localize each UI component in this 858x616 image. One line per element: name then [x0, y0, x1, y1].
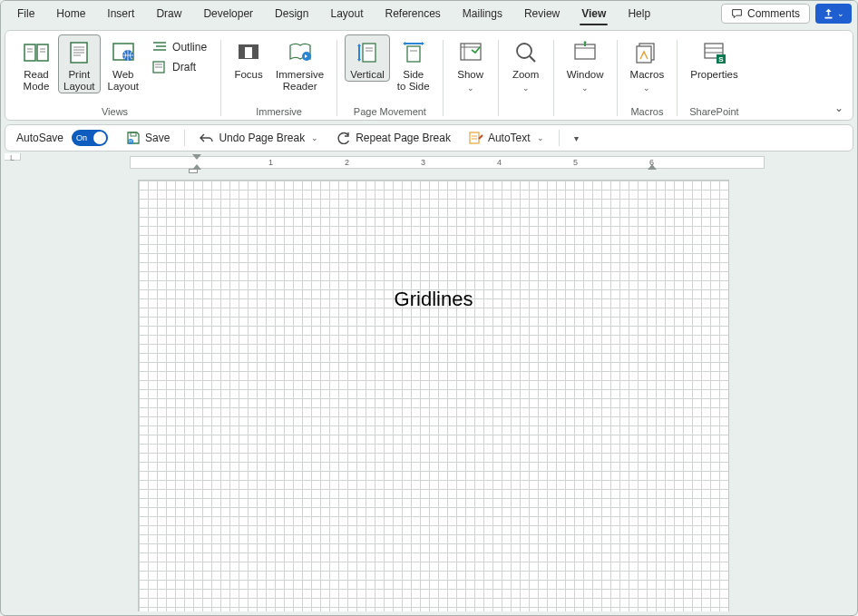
ruler-number: 1	[268, 158, 273, 167]
show-icon	[456, 38, 485, 67]
tab-label: Layout	[330, 7, 363, 20]
customize-quickbar-button[interactable]: ▾	[570, 132, 582, 145]
chevron-down-icon: ⌄	[834, 102, 843, 114]
macros-button[interactable]: Macros ⌄	[625, 34, 670, 95]
chevron-down-icon: ⌄	[837, 9, 844, 18]
tab-draw[interactable]: Draw	[145, 4, 192, 24]
svg-rect-20	[245, 47, 252, 58]
group-immersive: Focus Immersive Reader Immersive	[223, 34, 335, 122]
horizontal-ruler[interactable]: 1 2 3 4 5 6	[21, 153, 853, 170]
group-window: Window ⌄	[556, 34, 615, 122]
tab-label: Mailings	[463, 7, 502, 20]
ruler-number: 5	[573, 158, 578, 167]
tab-view[interactable]: View	[570, 4, 617, 24]
focus-icon	[234, 38, 263, 67]
undo-icon	[200, 132, 214, 144]
tab-developer[interactable]: Developer	[192, 4, 264, 24]
show-button[interactable]: Show ⌄	[451, 34, 491, 95]
group-zoom: Zoom ⌄	[501, 34, 551, 122]
share-icon	[823, 8, 834, 20]
properties-button[interactable]: S Properties	[685, 34, 743, 82]
document-heading: Gridlines	[139, 288, 728, 311]
print-layout-label: Print Layout	[63, 69, 95, 93]
tab-label: Home	[56, 7, 85, 20]
tab-insert[interactable]: Insert	[96, 4, 145, 24]
print-layout-icon	[64, 38, 93, 67]
ribbon: Read Mode Print Layout Web Layout	[5, 30, 853, 121]
outline-label: Outline	[172, 41, 207, 54]
focus-button[interactable]: Focus	[229, 34, 268, 82]
vertical-label: Vertical	[350, 69, 385, 81]
print-layout-button[interactable]: Print Layout	[58, 34, 101, 93]
tab-label: Review	[524, 7, 560, 20]
ruler-number: 6	[649, 158, 654, 167]
tab-design[interactable]: Design	[264, 4, 319, 24]
group-page-movement-label: Page Movement	[345, 105, 435, 118]
outline-icon	[152, 41, 167, 54]
tab-label: Insert	[107, 7, 134, 20]
show-label: Show	[457, 69, 483, 81]
first-line-indent-marker[interactable]	[192, 154, 201, 160]
save-label: Save	[145, 132, 170, 144]
tab-home[interactable]: Home	[45, 4, 96, 24]
chevron-down-icon: ⌄	[467, 83, 474, 94]
repeat-label: Repeat Page Break	[356, 132, 451, 144]
document-page[interactable]: Gridlines	[139, 181, 728, 611]
svg-rect-29	[461, 44, 481, 60]
tab-label: File	[17, 7, 34, 20]
autotext-button[interactable]: AutoText ⌄	[465, 130, 548, 146]
draft-button[interactable]: Draft	[146, 58, 213, 76]
collapse-ribbon-button[interactable]: ⌄	[834, 102, 843, 114]
tab-file[interactable]: File	[6, 4, 45, 24]
tab-label: View	[581, 7, 606, 20]
quick-access-bar: AutoSave On Save Undo Page Break ⌄ Repea…	[5, 124, 853, 152]
tab-mailings[interactable]: Mailings	[452, 4, 513, 24]
left-indent-marker[interactable]	[189, 169, 198, 173]
vertical-icon	[353, 38, 382, 67]
svg-rect-22	[363, 44, 375, 62]
group-show: Show ⌄	[445, 34, 496, 122]
repeat-icon	[336, 132, 351, 144]
zoom-label: Zoom	[512, 69, 539, 81]
menu-bar: File Home Insert Draw Developer Design L…	[1, 1, 857, 26]
save-icon	[126, 131, 141, 145]
svg-rect-44	[470, 132, 479, 143]
properties-label: Properties	[690, 69, 737, 81]
window-button[interactable]: Window ⌄	[561, 34, 609, 95]
svg-text:S: S	[719, 55, 725, 64]
immersive-reader-icon	[286, 38, 315, 67]
chevron-down-icon: ⌄	[643, 83, 650, 94]
tab-review[interactable]: Review	[513, 4, 570, 24]
ruler-corner: L	[5, 153, 21, 161]
vertical-button[interactable]: Vertical	[345, 34, 390, 82]
comments-button[interactable]: Comments	[721, 4, 810, 24]
side-to-side-button[interactable]: Side to Side	[392, 34, 435, 93]
web-layout-icon	[109, 38, 138, 67]
focus-label: Focus	[234, 69, 262, 81]
document-area: L 1 2 3 4 5 6 Gridlines	[5, 153, 853, 611]
share-button[interactable]: ⌄	[815, 4, 852, 24]
tab-layout[interactable]: Layout	[319, 4, 374, 24]
undo-label: Undo Page Break	[219, 132, 305, 144]
tab-references[interactable]: References	[374, 4, 451, 24]
read-mode-icon	[22, 38, 51, 67]
draft-icon	[152, 61, 167, 73]
save-button[interactable]: Save	[122, 129, 173, 147]
zoom-button[interactable]: Zoom ⌄	[506, 34, 546, 95]
side-to-side-icon	[399, 38, 428, 67]
tab-label: Design	[275, 7, 308, 20]
undo-button[interactable]: Undo Page Break ⌄	[196, 130, 322, 146]
web-layout-button[interactable]: Web Layout	[102, 34, 145, 93]
autosave-toggle[interactable]: AutoSave On	[13, 128, 112, 148]
read-mode-button[interactable]: Read Mode	[16, 34, 56, 93]
outline-button[interactable]: Outline	[146, 38, 213, 56]
repeat-button[interactable]: Repeat Page Break	[333, 130, 454, 146]
group-macros: Macros ⌄ Macros	[619, 34, 676, 122]
tab-help[interactable]: Help	[617, 4, 661, 24]
immersive-reader-button[interactable]: Immersive Reader	[270, 34, 329, 93]
chevron-down-icon: ⌄	[537, 133, 544, 142]
svg-line-31	[530, 56, 535, 62]
svg-rect-36	[637, 46, 651, 63]
svg-rect-26	[407, 46, 420, 62]
group-macros-label: Macros	[625, 105, 670, 118]
